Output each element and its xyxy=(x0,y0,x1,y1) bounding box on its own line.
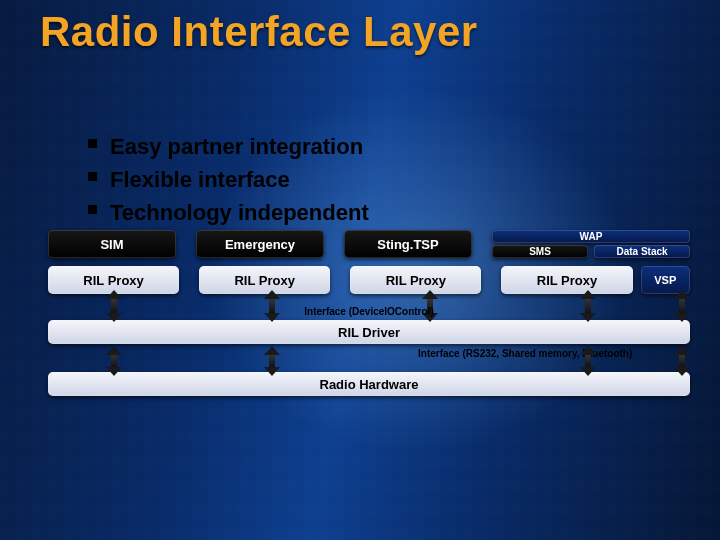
bullet-item: Technology independent xyxy=(88,196,369,229)
box-ril-proxy: RIL Proxy xyxy=(350,266,481,294)
box-sms: SMS xyxy=(492,245,588,258)
box-datastack: Data Stack xyxy=(594,245,690,258)
box-ril-proxy: RIL Proxy xyxy=(501,266,632,294)
bullet-list: Easy partner integration Flexible interf… xyxy=(48,130,369,229)
box-emergency: Emergency xyxy=(196,230,324,258)
page-title: Radio Interface Layer xyxy=(40,8,478,56)
double-arrow-icon xyxy=(108,350,120,372)
label-interface-ioctl: Interface (DeviceIOControl) xyxy=(48,306,690,318)
double-arrow-icon xyxy=(676,350,688,372)
box-sim: SIM xyxy=(48,230,176,258)
bullet-item: Flexible interface xyxy=(88,163,369,196)
architecture-diagram: SIM Emergency Sting.TSP WAP SMS Data Sta… xyxy=(0,230,720,396)
row-top-modules: SIM Emergency Sting.TSP WAP SMS Data Sta… xyxy=(48,230,690,258)
double-arrow-icon xyxy=(582,350,594,372)
box-ril-driver: RIL Driver xyxy=(48,320,690,344)
box-stingtsp: Sting.TSP xyxy=(344,230,472,258)
box-wap-group: WAP SMS Data Stack xyxy=(492,230,690,258)
double-arrow-icon xyxy=(266,350,278,372)
arrow-row-2 xyxy=(48,350,690,372)
bullet-item: Easy partner integration xyxy=(88,130,369,163)
box-wap: WAP xyxy=(492,230,690,243)
